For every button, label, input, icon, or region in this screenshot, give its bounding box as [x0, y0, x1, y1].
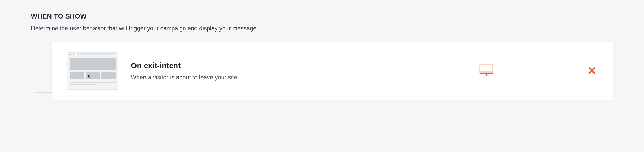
tree-connector-vertical: [35, 42, 35, 92]
cursor-icon: [88, 74, 91, 79]
desktop-device-icon[interactable]: [479, 64, 494, 78]
when-to-show-section: WHEN TO SHOW Determine the user behavior…: [0, 0, 644, 100]
rule-text-block: On exit-intent When a visitor is about t…: [131, 61, 469, 81]
rule-thumbnail: [67, 52, 118, 90]
trigger-rule-card[interactable]: On exit-intent When a visitor is about t…: [52, 42, 613, 100]
rule-title: On exit-intent: [131, 61, 469, 70]
section-description: Determine the user behavior that will tr…: [31, 25, 613, 32]
tree-connector-horizontal: [35, 92, 52, 93]
rule-actions: [479, 64, 598, 78]
section-title: WHEN TO SHOW: [31, 12, 613, 20]
rules-tree: On exit-intent When a visitor is about t…: [31, 42, 613, 100]
rule-description: When a visitor is about to leave your si…: [131, 74, 469, 81]
browser-mockup-icon: [67, 52, 118, 90]
close-icon: [588, 67, 596, 75]
remove-rule-button[interactable]: [586, 65, 598, 77]
